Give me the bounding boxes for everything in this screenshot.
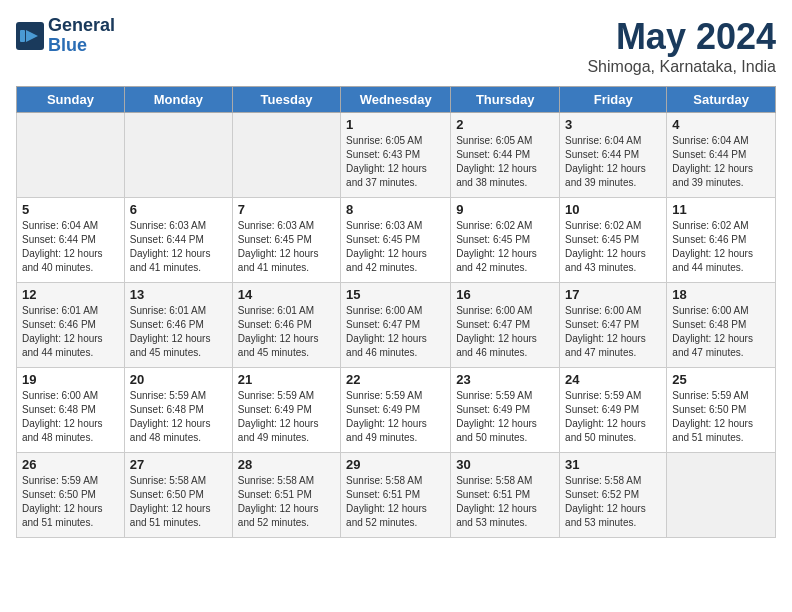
calendar-cell: 12Sunrise: 6:01 AM Sunset: 6:46 PM Dayli… bbox=[17, 283, 125, 368]
day-number: 2 bbox=[456, 117, 554, 132]
logo-icon bbox=[16, 22, 44, 50]
day-number: 30 bbox=[456, 457, 554, 472]
calendar-cell: 23Sunrise: 5:59 AM Sunset: 6:49 PM Dayli… bbox=[451, 368, 560, 453]
logo-line1: General bbox=[48, 15, 115, 35]
day-number: 22 bbox=[346, 372, 445, 387]
calendar-cell: 15Sunrise: 6:00 AM Sunset: 6:47 PM Dayli… bbox=[341, 283, 451, 368]
week-row-1: 1Sunrise: 6:05 AM Sunset: 6:43 PM Daylig… bbox=[17, 113, 776, 198]
calendar-cell: 30Sunrise: 5:58 AM Sunset: 6:51 PM Dayli… bbox=[451, 453, 560, 538]
day-info: Sunrise: 5:59 AM Sunset: 6:50 PM Dayligh… bbox=[672, 389, 770, 445]
day-info: Sunrise: 6:03 AM Sunset: 6:45 PM Dayligh… bbox=[346, 219, 445, 275]
header: General Blue May 2024 Shimoga, Karnataka… bbox=[16, 16, 776, 76]
day-info: Sunrise: 5:59 AM Sunset: 6:50 PM Dayligh… bbox=[22, 474, 119, 530]
day-number: 12 bbox=[22, 287, 119, 302]
calendar-cell: 4Sunrise: 6:04 AM Sunset: 6:44 PM Daylig… bbox=[667, 113, 776, 198]
day-info: Sunrise: 6:03 AM Sunset: 6:45 PM Dayligh… bbox=[238, 219, 335, 275]
calendar-cell: 8Sunrise: 6:03 AM Sunset: 6:45 PM Daylig… bbox=[341, 198, 451, 283]
calendar-cell bbox=[124, 113, 232, 198]
day-header-thursday: Thursday bbox=[451, 87, 560, 113]
day-number: 23 bbox=[456, 372, 554, 387]
day-number: 20 bbox=[130, 372, 227, 387]
week-row-4: 19Sunrise: 6:00 AM Sunset: 6:48 PM Dayli… bbox=[17, 368, 776, 453]
day-number: 5 bbox=[22, 202, 119, 217]
calendar-cell: 28Sunrise: 5:58 AM Sunset: 6:51 PM Dayli… bbox=[232, 453, 340, 538]
day-header-friday: Friday bbox=[560, 87, 667, 113]
week-row-2: 5Sunrise: 6:04 AM Sunset: 6:44 PM Daylig… bbox=[17, 198, 776, 283]
calendar-cell: 3Sunrise: 6:04 AM Sunset: 6:44 PM Daylig… bbox=[560, 113, 667, 198]
calendar-cell: 21Sunrise: 5:59 AM Sunset: 6:49 PM Dayli… bbox=[232, 368, 340, 453]
day-header-saturday: Saturday bbox=[667, 87, 776, 113]
day-header-tuesday: Tuesday bbox=[232, 87, 340, 113]
day-number: 11 bbox=[672, 202, 770, 217]
week-row-3: 12Sunrise: 6:01 AM Sunset: 6:46 PM Dayli… bbox=[17, 283, 776, 368]
day-info: Sunrise: 6:03 AM Sunset: 6:44 PM Dayligh… bbox=[130, 219, 227, 275]
day-info: Sunrise: 5:59 AM Sunset: 6:48 PM Dayligh… bbox=[130, 389, 227, 445]
calendar-cell: 17Sunrise: 6:00 AM Sunset: 6:47 PM Dayli… bbox=[560, 283, 667, 368]
calendar-cell: 2Sunrise: 6:05 AM Sunset: 6:44 PM Daylig… bbox=[451, 113, 560, 198]
day-number: 9 bbox=[456, 202, 554, 217]
day-info: Sunrise: 5:58 AM Sunset: 6:51 PM Dayligh… bbox=[238, 474, 335, 530]
day-number: 1 bbox=[346, 117, 445, 132]
day-info: Sunrise: 5:58 AM Sunset: 6:51 PM Dayligh… bbox=[346, 474, 445, 530]
day-info: Sunrise: 5:59 AM Sunset: 6:49 PM Dayligh… bbox=[238, 389, 335, 445]
day-info: Sunrise: 6:00 AM Sunset: 6:47 PM Dayligh… bbox=[346, 304, 445, 360]
day-number: 27 bbox=[130, 457, 227, 472]
calendar-cell: 6Sunrise: 6:03 AM Sunset: 6:44 PM Daylig… bbox=[124, 198, 232, 283]
calendar-cell: 25Sunrise: 5:59 AM Sunset: 6:50 PM Dayli… bbox=[667, 368, 776, 453]
logo-line2: Blue bbox=[48, 35, 87, 55]
day-info: Sunrise: 6:00 AM Sunset: 6:47 PM Dayligh… bbox=[456, 304, 554, 360]
day-info: Sunrise: 5:58 AM Sunset: 6:52 PM Dayligh… bbox=[565, 474, 661, 530]
calendar-cell: 5Sunrise: 6:04 AM Sunset: 6:44 PM Daylig… bbox=[17, 198, 125, 283]
day-info: Sunrise: 5:59 AM Sunset: 6:49 PM Dayligh… bbox=[456, 389, 554, 445]
logo-text: General Blue bbox=[48, 16, 115, 56]
day-header-sunday: Sunday bbox=[17, 87, 125, 113]
calendar-cell: 16Sunrise: 6:00 AM Sunset: 6:47 PM Dayli… bbox=[451, 283, 560, 368]
calendar-cell: 24Sunrise: 5:59 AM Sunset: 6:49 PM Dayli… bbox=[560, 368, 667, 453]
day-info: Sunrise: 6:00 AM Sunset: 6:48 PM Dayligh… bbox=[672, 304, 770, 360]
day-number: 17 bbox=[565, 287, 661, 302]
calendar-cell bbox=[667, 453, 776, 538]
day-info: Sunrise: 5:59 AM Sunset: 6:49 PM Dayligh… bbox=[346, 389, 445, 445]
day-number: 26 bbox=[22, 457, 119, 472]
day-number: 13 bbox=[130, 287, 227, 302]
day-info: Sunrise: 5:59 AM Sunset: 6:49 PM Dayligh… bbox=[565, 389, 661, 445]
day-info: Sunrise: 5:58 AM Sunset: 6:50 PM Dayligh… bbox=[130, 474, 227, 530]
day-header-wednesday: Wednesday bbox=[341, 87, 451, 113]
calendar-cell: 1Sunrise: 6:05 AM Sunset: 6:43 PM Daylig… bbox=[341, 113, 451, 198]
day-info: Sunrise: 6:01 AM Sunset: 6:46 PM Dayligh… bbox=[130, 304, 227, 360]
day-number: 18 bbox=[672, 287, 770, 302]
calendar-cell: 22Sunrise: 5:59 AM Sunset: 6:49 PM Dayli… bbox=[341, 368, 451, 453]
day-number: 4 bbox=[672, 117, 770, 132]
day-number: 6 bbox=[130, 202, 227, 217]
title-area: May 2024 Shimoga, Karnataka, India bbox=[587, 16, 776, 76]
day-info: Sunrise: 6:04 AM Sunset: 6:44 PM Dayligh… bbox=[672, 134, 770, 190]
day-number: 7 bbox=[238, 202, 335, 217]
day-info: Sunrise: 6:00 AM Sunset: 6:48 PM Dayligh… bbox=[22, 389, 119, 445]
calendar-cell bbox=[232, 113, 340, 198]
day-number: 16 bbox=[456, 287, 554, 302]
calendar-cell: 18Sunrise: 6:00 AM Sunset: 6:48 PM Dayli… bbox=[667, 283, 776, 368]
calendar-cell: 29Sunrise: 5:58 AM Sunset: 6:51 PM Dayli… bbox=[341, 453, 451, 538]
day-info: Sunrise: 6:04 AM Sunset: 6:44 PM Dayligh… bbox=[22, 219, 119, 275]
header-row: SundayMondayTuesdayWednesdayThursdayFrid… bbox=[17, 87, 776, 113]
day-number: 31 bbox=[565, 457, 661, 472]
calendar-cell: 19Sunrise: 6:00 AM Sunset: 6:48 PM Dayli… bbox=[17, 368, 125, 453]
day-info: Sunrise: 6:01 AM Sunset: 6:46 PM Dayligh… bbox=[22, 304, 119, 360]
subtitle: Shimoga, Karnataka, India bbox=[587, 58, 776, 76]
day-info: Sunrise: 6:05 AM Sunset: 6:43 PM Dayligh… bbox=[346, 134, 445, 190]
calendar-cell: 11Sunrise: 6:02 AM Sunset: 6:46 PM Dayli… bbox=[667, 198, 776, 283]
calendar-cell: 20Sunrise: 5:59 AM Sunset: 6:48 PM Dayli… bbox=[124, 368, 232, 453]
day-number: 29 bbox=[346, 457, 445, 472]
day-number: 24 bbox=[565, 372, 661, 387]
day-info: Sunrise: 6:05 AM Sunset: 6:44 PM Dayligh… bbox=[456, 134, 554, 190]
calendar-cell bbox=[17, 113, 125, 198]
calendar-cell: 7Sunrise: 6:03 AM Sunset: 6:45 PM Daylig… bbox=[232, 198, 340, 283]
logo: General Blue bbox=[16, 16, 115, 56]
svg-rect-2 bbox=[20, 30, 25, 42]
day-number: 21 bbox=[238, 372, 335, 387]
day-info: Sunrise: 6:04 AM Sunset: 6:44 PM Dayligh… bbox=[565, 134, 661, 190]
calendar-cell: 10Sunrise: 6:02 AM Sunset: 6:45 PM Dayli… bbox=[560, 198, 667, 283]
calendar-cell: 27Sunrise: 5:58 AM Sunset: 6:50 PM Dayli… bbox=[124, 453, 232, 538]
week-row-5: 26Sunrise: 5:59 AM Sunset: 6:50 PM Dayli… bbox=[17, 453, 776, 538]
day-number: 15 bbox=[346, 287, 445, 302]
